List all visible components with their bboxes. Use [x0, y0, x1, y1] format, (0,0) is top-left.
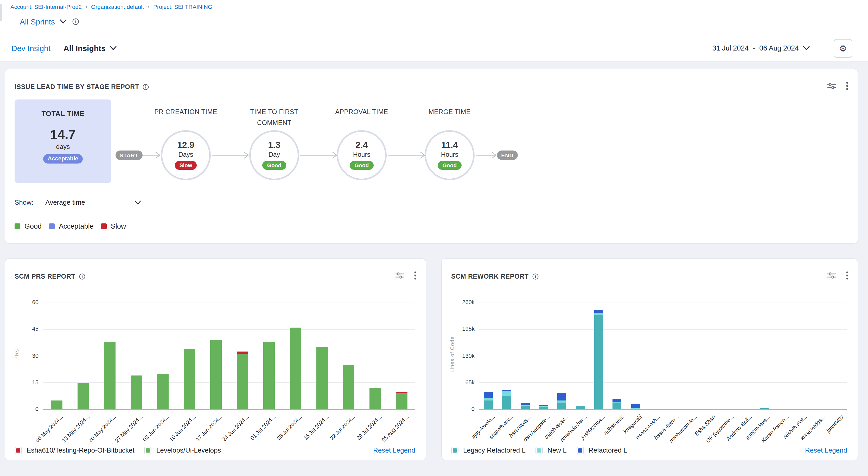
- all-insights-dropdown[interactable]: All Insights: [63, 43, 117, 52]
- dev-insight-link[interactable]: Dev Insight: [11, 43, 51, 52]
- reset-legend-link[interactable]: Reset Legend: [805, 446, 847, 454]
- filter-icon[interactable]: [828, 82, 836, 90]
- bar-segment[interactable]: [502, 396, 511, 409]
- bar-segment[interactable]: [290, 328, 301, 409]
- filter-icon[interactable]: [828, 272, 836, 279]
- bar-segment[interactable]: [317, 347, 328, 409]
- filter-icon[interactable]: [396, 272, 404, 279]
- bar-segment[interactable]: [396, 392, 408, 393]
- breadcrumb-account[interactable]: Account: SEI-Internal-Prod2: [10, 4, 82, 10]
- rework-bar-chart: Lines of Code 065k130k195k260kajay-level…: [479, 303, 847, 409]
- bar-segment[interactable]: [631, 404, 640, 408]
- bar-segment[interactable]: [558, 393, 566, 401]
- scm-rework-panel: SCM REWORK REPORT Lines of Code 065k130k…: [441, 258, 858, 460]
- show-metric-dropdown[interactable]: Show: Average time: [14, 199, 141, 206]
- bar-segment[interactable]: [484, 392, 493, 398]
- y-tick-label: 15: [32, 379, 39, 385]
- breadcrumb: Account: SEI-Internal-Prod2 › Organizati…: [10, 3, 212, 10]
- bar-segment[interactable]: [668, 409, 677, 409]
- gridline: [43, 356, 415, 356]
- bar-segment[interactable]: [558, 402, 566, 409]
- bar-segment[interactable]: [594, 313, 603, 315]
- bar-segment[interactable]: [484, 400, 493, 409]
- legend-item[interactable]: New L: [535, 446, 567, 454]
- page: Account: SEI-Internal-Prod2 › Organizati…: [0, 0, 868, 476]
- y-tick-label: 260k: [462, 299, 474, 305]
- legend-item[interactable]: Esha610/Testing-Repo-Of-Bitbucket: [14, 446, 134, 454]
- bar-segment[interactable]: [237, 354, 248, 409]
- bar-segment[interactable]: [157, 374, 168, 409]
- bar-segment[interactable]: [613, 402, 622, 409]
- x-axis-label: 01 Jul 2024...: [249, 414, 277, 441]
- stage-rating-badge: Slow: [175, 161, 197, 170]
- show-value: Average time: [45, 199, 85, 206]
- legend-item[interactable]: Refactored L: [577, 446, 627, 454]
- y-tick-label: 30: [32, 352, 39, 359]
- bar-segment[interactable]: [539, 407, 548, 409]
- gridline: [479, 383, 847, 383]
- bar-segment[interactable]: [51, 400, 62, 409]
- bar-segment[interactable]: [77, 383, 89, 410]
- bar-segment[interactable]: [521, 406, 530, 409]
- breadcrumb-project[interactable]: Project: SEI TRAINING: [153, 4, 212, 10]
- gridline: [479, 356, 847, 356]
- bar-segment[interactable]: [104, 341, 115, 409]
- more-options-icon[interactable]: [846, 271, 848, 280]
- date-range-picker[interactable]: 31 Jul 2024 - 06 Aug 2024: [712, 34, 810, 61]
- info-icon[interactable]: [79, 273, 85, 280]
- info-icon[interactable]: [72, 18, 79, 25]
- bar-segment[interactable]: [558, 401, 566, 402]
- legend-label: Acceptable: [59, 222, 94, 230]
- info-icon[interactable]: [143, 84, 149, 90]
- total-time-value: 14.7: [50, 128, 75, 141]
- panel-title: SCM PRS REPORT: [14, 273, 75, 280]
- reset-legend-link[interactable]: Reset Legend: [373, 446, 415, 454]
- sprint-selector[interactable]: All Sprints: [20, 17, 66, 26]
- x-axis-label: 05 Aug 2024...: [380, 414, 409, 443]
- bar-segment[interactable]: [484, 398, 493, 400]
- bar-segment[interactable]: [760, 408, 768, 409]
- legend-label: New L: [548, 446, 567, 454]
- more-options-icon[interactable]: [846, 82, 848, 90]
- bar-segment[interactable]: [396, 393, 408, 410]
- bar-segment[interactable]: [521, 403, 530, 405]
- bar-segment[interactable]: [502, 391, 511, 396]
- more-options-icon[interactable]: [414, 271, 416, 280]
- stage-unit: Hours: [441, 151, 459, 158]
- legend-item-good: Good: [14, 222, 42, 230]
- bar-segment[interactable]: [210, 340, 222, 410]
- bar-segment[interactable]: [594, 315, 603, 409]
- total-time-rating-badge: Acceptable: [43, 154, 83, 163]
- breadcrumb-organization[interactable]: Organization: default: [91, 4, 144, 10]
- legend-item[interactable]: Legacy Refactored L: [451, 446, 526, 454]
- panel-title-row: SCM PRS REPORT: [14, 273, 85, 280]
- bar-segment[interactable]: [631, 408, 640, 409]
- gear-icon: ⚙: [839, 43, 847, 54]
- bar-segment[interactable]: [594, 310, 603, 313]
- y-tick-label: 45: [32, 326, 39, 332]
- x-axis-label: jatin6407: [825, 414, 845, 434]
- bar-segment[interactable]: [576, 406, 585, 406]
- chevron-down-icon: [134, 200, 141, 204]
- info-icon[interactable]: [532, 273, 538, 280]
- bar-segment[interactable]: [576, 407, 585, 409]
- chart-legend: Esha610/Testing-Repo-Of-Bitbucket Levelo…: [14, 446, 221, 454]
- show-label: Show:: [14, 199, 33, 206]
- legend-swatch: [577, 447, 584, 454]
- bar-segment[interactable]: [370, 388, 381, 409]
- legend-item[interactable]: Levelops/Ui-Levelops: [145, 446, 221, 454]
- bar-segment[interactable]: [263, 341, 275, 409]
- bar-segment[interactable]: [237, 352, 248, 354]
- x-axis-line: [43, 409, 415, 410]
- app-header: Account: SEI-Internal-Prod2 › Organizati…: [0, 0, 868, 35]
- bar-segment[interactable]: [539, 405, 548, 407]
- bar-segment[interactable]: [502, 390, 511, 391]
- insight-nav: Dev Insight All Insights: [11, 34, 117, 61]
- settings-button[interactable]: ⚙: [834, 39, 852, 58]
- date-range-end: 06 Aug 2024: [759, 44, 799, 52]
- bar-segment[interactable]: [131, 376, 142, 409]
- stage-circle-first-comment: 1.3 Day Good: [249, 130, 299, 180]
- bar-segment[interactable]: [613, 399, 622, 402]
- bar-segment[interactable]: [184, 349, 195, 409]
- bar-segment[interactable]: [343, 365, 354, 409]
